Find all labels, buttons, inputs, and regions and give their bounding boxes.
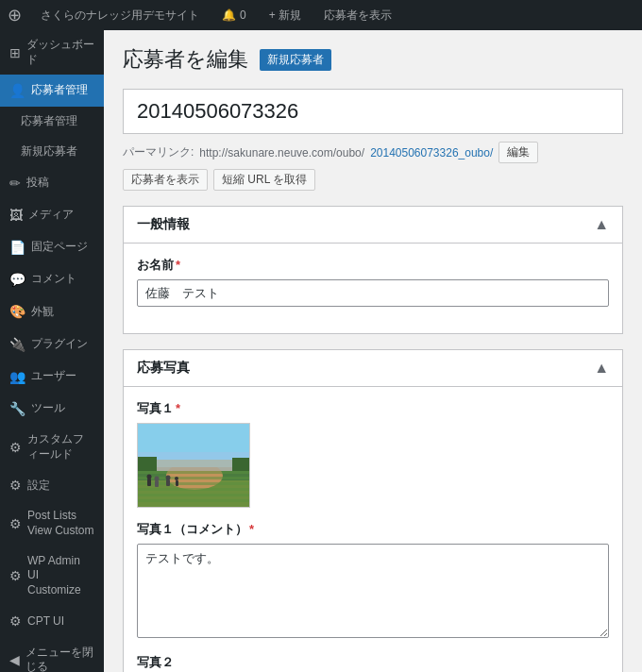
sidebar-item-label: 新規応募者 xyxy=(21,144,77,160)
notification-icon: 🔔 xyxy=(222,8,236,22)
field-name-label: お名前* xyxy=(137,257,609,274)
new-applicant-badge[interactable]: 新規応募者 xyxy=(260,49,331,71)
section-photo-toggle-icon: ▲ xyxy=(594,360,609,377)
site-name[interactable]: さくらのナレッジ用デモサイト xyxy=(33,8,207,24)
sidebar-item-label: 外観 xyxy=(31,305,54,320)
permalink-bar: パーマリンク: http://sakunare.neuve.com/oubo/2… xyxy=(123,142,623,191)
section-general-header[interactable]: 一般情報 ▲ xyxy=(124,207,622,244)
sidebar-item-applicant-manage[interactable]: 応募者管理 xyxy=(0,107,104,137)
appearance-icon: 🎨 xyxy=(9,303,25,320)
sidebar-item-label: 設定 xyxy=(27,479,50,494)
media-icon: 🖼 xyxy=(9,207,23,224)
svg-rect-14 xyxy=(166,479,170,486)
sidebar-item-post-lists[interactable]: ⚙ Post Lists View Custom xyxy=(0,501,104,546)
sidebar-item-label: Post Lists View Custom xyxy=(27,509,94,538)
photo1-comment-textarea[interactable]: テストです。 xyxy=(137,544,609,638)
sidebar-item-users[interactable]: 👥 ユーザー xyxy=(0,361,104,393)
top-bar: ⊕ さくらのナレッジ用デモサイト 🔔 0 + 新規 応募者を表示 xyxy=(0,0,642,30)
sidebar-item-label: ダッシュボード xyxy=(26,38,94,67)
required-mark: * xyxy=(249,522,254,536)
edit-icon: ✏ xyxy=(9,175,21,192)
svg-rect-16 xyxy=(176,480,178,486)
field-photo2-label: 写真２ xyxy=(137,654,609,671)
custom-fields-icon: ⚙ xyxy=(9,439,22,456)
svg-point-17 xyxy=(175,477,178,480)
svg-point-15 xyxy=(166,476,171,480)
field-photo1: 写真１* xyxy=(137,400,609,508)
sidebar-item-custom-fields[interactable]: ⚙ カスタムフィールド xyxy=(0,425,104,469)
svg-rect-12 xyxy=(155,480,159,487)
sidebar-item-pages[interactable]: 📄 固定ページ xyxy=(0,231,104,263)
section-photo-title: 応募写真 xyxy=(137,360,190,377)
sidebar-item-cpt-ui[interactable]: ⚙ CPT UI xyxy=(0,605,104,637)
notification-item[interactable]: 🔔 0 xyxy=(214,8,254,22)
sidebar-item-label: コメント xyxy=(31,272,76,287)
sidebar-item-tools[interactable]: 🔧 ツール xyxy=(0,393,104,425)
sidebar-item-label: カスタムフィールド xyxy=(27,432,94,462)
permalink-view-button[interactable]: 応募者を表示 xyxy=(123,169,208,191)
sidebar-item-plugins[interactable]: 🔌 プラグイン xyxy=(0,328,104,361)
sidebar-item-label: WP Admin UI Customize xyxy=(27,554,94,598)
section-photo-body: 写真１* xyxy=(124,387,622,672)
svg-rect-9 xyxy=(138,499,250,502)
permalink-shorten-button[interactable]: 短縮 URL を取得 xyxy=(213,169,315,191)
main-content: 応募者を編集 新規応募者 20140506073326 パーマリンク: http… xyxy=(104,30,642,672)
svg-rect-22 xyxy=(232,458,250,471)
page-title: 応募者を編集 xyxy=(123,45,248,74)
sidebar-item-label: CPT UI xyxy=(27,614,64,630)
wp-logo-icon: ⊕ xyxy=(8,5,22,25)
settings-icon: ⚙ xyxy=(9,477,22,494)
tools-icon: 🔧 xyxy=(9,400,25,417)
field-photo1-comment-label: 写真１（コメント）* xyxy=(137,521,609,538)
sidebar-item-new-applicant[interactable]: 新規応募者 xyxy=(0,137,104,167)
svg-point-13 xyxy=(155,477,160,481)
sidebar-item-menu-close[interactable]: ◀ メニューを閉じる xyxy=(0,638,104,672)
section-general-title: 一般情報 xyxy=(137,216,190,233)
sidebar-item-comments[interactable]: 💬 コメント xyxy=(0,263,104,295)
sidebar-item-settings[interactable]: ⚙ 設定 xyxy=(0,469,104,501)
section-photo-header[interactable]: 応募写真 ▲ xyxy=(124,350,622,387)
name-input[interactable] xyxy=(137,279,609,307)
required-mark: * xyxy=(176,401,180,415)
plugin-icon: 🔌 xyxy=(9,336,25,353)
permalink-slug: 20140506073326_oubo/ xyxy=(370,146,493,160)
photo1-image[interactable] xyxy=(137,423,250,508)
sidebar-item-label: 固定ページ xyxy=(31,240,88,255)
sidebar: ⊞ ダッシュボード 👤 応募者管理 応募者管理 新規応募者 ✏ 投稿 🖼 メディ… xyxy=(0,30,104,672)
sidebar-item-label: ツール xyxy=(31,401,65,416)
sidebar-item-posts[interactable]: ✏ 投稿 xyxy=(0,167,104,199)
post-id-box: 20140506073326 xyxy=(123,89,623,134)
users-icon: 👥 xyxy=(9,368,25,385)
page-icon: 📄 xyxy=(9,239,25,256)
field-name: お名前* xyxy=(137,257,609,307)
post-id-text: 20140506073326 xyxy=(137,99,298,123)
svg-rect-8 xyxy=(138,494,250,496)
show-applicants-link[interactable]: 応募者を表示 xyxy=(316,8,399,24)
sidebar-item-wp-admin-ui[interactable]: ⚙ WP Admin UI Customize xyxy=(0,546,104,606)
cpt-ui-icon: ⚙ xyxy=(9,613,22,630)
menu-close-icon: ◀ xyxy=(9,651,20,668)
sidebar-item-label: メディア xyxy=(28,208,74,223)
page-header: 応募者を編集 新規応募者 xyxy=(123,45,623,74)
sidebar-item-label: プラグイン xyxy=(31,337,88,352)
sidebar-item-dashboard[interactable]: ⊞ ダッシュボード xyxy=(0,30,104,75)
sidebar-item-applicant-admin[interactable]: 👤 応募者管理 xyxy=(0,75,104,107)
sidebar-item-media[interactable]: 🖼 メディア xyxy=(0,199,104,231)
sidebar-item-label: 応募者管理 xyxy=(21,114,77,129)
applicant-icon: 👤 xyxy=(9,82,25,99)
svg-rect-7 xyxy=(138,488,250,491)
required-mark: * xyxy=(176,258,180,272)
wp-admin-ui-icon: ⚙ xyxy=(9,567,22,584)
svg-rect-23 xyxy=(157,460,232,471)
sidebar-item-label: ユーザー xyxy=(31,369,76,384)
field-photo1-label: 写真１* xyxy=(137,400,609,417)
sidebar-item-appearance[interactable]: 🎨 外観 xyxy=(0,295,104,328)
baseball-field-svg xyxy=(138,424,250,508)
permalink-edit-button[interactable]: 編集 xyxy=(498,142,538,163)
svg-rect-6 xyxy=(138,482,250,485)
post-lists-icon: ⚙ xyxy=(9,515,22,532)
permalink-label: パーマリンク: xyxy=(123,144,194,160)
section-general-info: 一般情報 ▲ お名前* xyxy=(123,206,623,334)
section-general-body: お名前* xyxy=(124,244,622,333)
new-post-link[interactable]: + 新規 xyxy=(262,8,309,24)
